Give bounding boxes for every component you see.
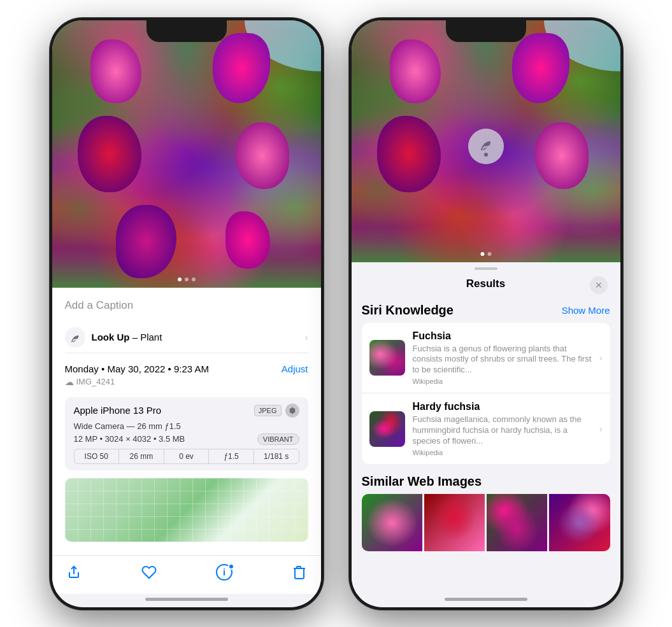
photo-dot-1 [178,278,182,281]
left-phone: Add a Caption Look Up – Plant › [50,18,324,610]
jpeg-badge: JPEG [254,405,282,416]
show-more-button[interactable]: Show More [562,305,610,316]
exif-row: ISO 50 26 mm 0 ev ƒ1.5 1/181 s [74,449,299,464]
results-panel: Results ✕ Siri Knowledge Show More [352,262,620,594]
adjust-button[interactable]: Adjust [282,363,308,374]
hardy-thumbnail [369,411,405,447]
right-flower-4 [534,122,589,189]
flower-4 [235,122,289,189]
similar-image-1[interactable] [362,494,422,551]
knowledge-card: Fuchsia Fuchsia is a genus of flowering … [362,323,610,464]
device-row: Apple iPhone 13 Pro JPEG Wide Camera [65,397,308,470]
exif-ev: 0 ev [164,449,210,463]
fuchsia-thumbnail [369,340,405,376]
fuchsia-thumb-image [369,340,405,376]
lookup-chevron: › [305,332,308,342]
share-button[interactable] [65,563,83,581]
similar-title: Similar Web Images [362,474,482,489]
home-indicator-left [145,598,228,601]
info-panel: Add a Caption Look Up – Plant › [52,288,321,555]
exif-iso: ISO 50 [75,449,120,463]
right-phone: Results ✕ Siri Knowledge Show More [349,18,623,610]
notch [147,20,227,42]
device-badges: JPEG [254,404,299,418]
phones-container: Add a Caption Look Up – Plant › [50,18,623,610]
info-notification-dot [228,563,234,570]
home-indicator-right [445,598,527,601]
heart-button[interactable] [140,563,158,581]
info-button[interactable]: i [215,563,233,581]
hardy-desc: Fuchsia magellanica, commonly known as t… [413,414,592,447]
date-row: Monday • May 30, 2022 • 9:23 AM ☁ IMG_42… [65,361,308,390]
siri-knowledge-title: Siri Knowledge [362,303,454,318]
right-photo-area[interactable] [352,20,620,262]
left-screen: Add a Caption Look Up – Plant › [52,20,321,607]
hardy-fuchsia-item[interactable]: Hardy fuchsia Fuchsia magellanica, commo… [362,393,610,464]
visual-search-button[interactable] [468,129,504,164]
visual-search-dot [484,153,488,157]
exif-aperture: ƒ1.5 [209,449,254,463]
photo-dot-2 [185,278,189,281]
bottom-toolbar: i [52,555,321,594]
leaf-visual-search-icon [478,136,494,151]
notch-right [446,20,526,42]
map-grid [65,478,308,542]
similar-images-grid[interactable] [362,494,610,551]
settings-icon[interactable] [285,404,299,418]
hardy-name: Hardy fuchsia [413,401,592,412]
filename-row: ☁ IMG_4241 [65,377,209,387]
exif-mm: 26 mm [119,449,164,463]
similar-image-3[interactable] [487,494,547,551]
fuchsia-info: Fuchsia Fuchsia is a genus of flowering … [413,330,592,386]
date-text: Monday • May 30, 2022 • 9:23 AM [65,363,209,374]
similar-image-4[interactable] [549,494,610,551]
mp-text: 12 MP • 3024 × 4032 • 3.5 MB [74,434,185,444]
map-area[interactable] [65,478,308,542]
siri-knowledge-section-header: Siri Knowledge Show More [362,303,610,318]
lookup-icon [65,327,85,348]
results-title: Results [466,278,505,290]
similar-web-images-section: Similar Web Images [362,474,610,551]
filename-text: IMG_4241 [76,377,115,386]
hardy-chevron: › [599,424,603,434]
date-info: Monday • May 30, 2022 • 9:23 AM ☁ IMG_42… [65,363,209,387]
close-button[interactable]: ✕ [590,276,608,294]
caption-field[interactable]: Add a Caption [65,297,308,314]
trash-button[interactable] [290,563,308,581]
results-header: Results ✕ [352,270,620,295]
fuchsia-chevron: › [599,353,603,363]
photo-dot-3 [192,278,196,281]
right-photo-dot-2 [487,252,491,256]
hardy-thumb-image [369,411,405,447]
results-content[interactable]: Siri Knowledge Show More Fuchsia Fuchsia… [352,295,620,594]
cloud-icon: ☁ [65,377,74,387]
similar-section-header: Similar Web Images [362,474,610,489]
fuchsia-desc: Fuchsia is a genus of flowering plants t… [413,344,592,376]
photo-dots [178,278,196,281]
device-name: Apple iPhone 13 Pro [74,405,162,416]
hardy-source: Wikipedia [413,449,592,456]
right-screen: Results ✕ Siri Knowledge Show More [352,20,620,607]
similar-image-2[interactable] [424,494,485,551]
fuchsia-source: Wikipedia [413,377,592,385]
vibrant-badge: VIBRANT [257,433,299,445]
svg-text:i: i [223,567,225,577]
fuchsia-name: Fuchsia [413,330,592,342]
right-flower-3 [377,116,441,192]
leaf-icon [69,332,81,343]
fuchsia-item[interactable]: Fuchsia Fuchsia is a genus of flowering … [362,323,610,393]
mp-row: 12 MP • 3024 × 4032 • 3.5 MB VIBRANT [74,433,299,445]
photo-area[interactable] [52,20,321,288]
exif-shutter: 1/181 s [254,449,299,463]
camera-spec: Wide Camera — 26 mm ƒ1.5 [74,421,299,431]
lookup-text: Look Up – Plant [92,332,162,342]
flower-3 [78,116,141,192]
right-photo-dot-1 [480,252,484,256]
right-photo-dots [480,252,491,256]
device-header: Apple iPhone 13 Pro JPEG [74,404,299,418]
hardy-info: Hardy fuchsia Fuchsia magellanica, commo… [413,401,592,456]
lookup-row[interactable]: Look Up – Plant › [65,322,308,353]
